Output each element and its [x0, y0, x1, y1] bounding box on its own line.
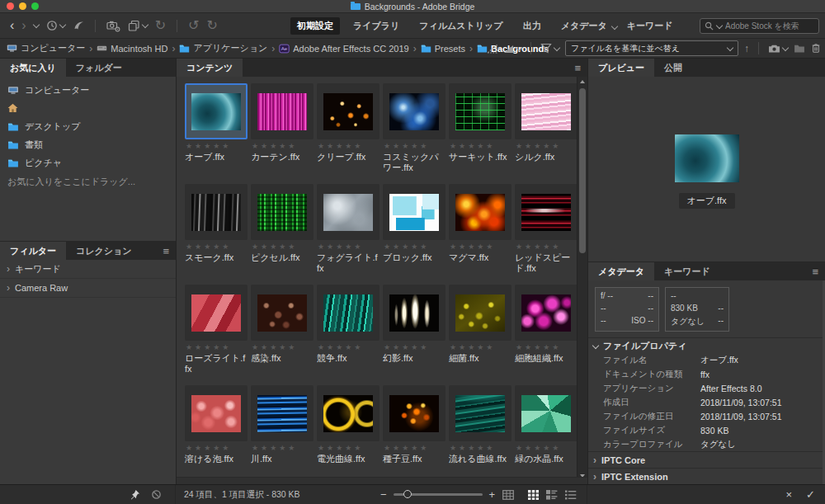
file-item[interactable]: ★★★★★ 電光曲線.ffx: [317, 385, 380, 481]
rating-stars[interactable]: ★★★★★: [384, 343, 446, 351]
file-thumbnail-frame[interactable]: [317, 385, 380, 441]
file-thumbnail-frame[interactable]: [317, 83, 380, 139]
details-view-icon[interactable]: [546, 490, 558, 500]
file-item[interactable]: ★★★★★ ローズライト.ffx: [185, 285, 248, 385]
file-item[interactable]: ★★★★★ シルク.ffx: [515, 83, 578, 184]
breadcrumb-item[interactable]: Ae Presets: [421, 44, 465, 54]
zoom-in-button[interactable]: +: [489, 488, 496, 501]
file-thumbnail-frame[interactable]: [383, 83, 446, 139]
preview-quality-button[interactable]: [503, 44, 521, 54]
cancel-metadata-button[interactable]: ×: [786, 488, 793, 501]
file-item[interactable]: ★★★★★ クリープ.ffx: [317, 83, 380, 184]
new-folder-icon[interactable]: [794, 44, 805, 53]
panel-tab[interactable]: コレクション: [66, 242, 142, 260]
panel-menu-icon[interactable]: ≡: [812, 262, 825, 280]
search-scope-chevron-icon[interactable]: [716, 21, 723, 28]
favorites-item[interactable]: [0, 99, 176, 117]
rating-stars[interactable]: ★★★★★: [516, 343, 578, 351]
rating-stars[interactable]: ★★★★★: [384, 243, 446, 251]
redo-button[interactable]: ↻: [206, 20, 217, 31]
prohibition-icon[interactable]: [151, 489, 162, 500]
breadcrumb-item[interactable]: Ae コンピューター: [7, 42, 85, 54]
metadata-section-header[interactable]: › IPTC Extension: [588, 468, 825, 484]
rating-stars[interactable]: ★★★★★: [318, 343, 380, 351]
scroll-up-icon[interactable]: [580, 80, 585, 83]
file-item[interactable]: ★★★★★ カーテン.ffx: [251, 83, 314, 184]
sync-icon[interactable]: ↻: [155, 20, 166, 31]
workspace-tab[interactable]: キーワード: [620, 17, 680, 35]
rating-stars[interactable]: ★★★★★: [450, 444, 512, 452]
file-item[interactable]: ★★★★★ フォグライト.ffx: [317, 184, 380, 285]
search-input[interactable]: [725, 21, 814, 31]
file-item[interactable]: ★★★★★ 幻影.ffx: [383, 285, 446, 385]
file-properties-section-header[interactable]: ファイルプロパティ: [588, 337, 825, 353]
workspace-tab[interactable]: 出力: [516, 17, 548, 35]
file-thumbnail-frame[interactable]: [185, 83, 248, 139]
breadcrumb-item[interactable]: Ae Adobe After Effects CC 2019: [279, 44, 408, 54]
rating-stars[interactable]: ★★★★★: [384, 444, 446, 452]
trash-icon[interactable]: [811, 43, 821, 54]
filter-category[interactable]: › Camera Raw: [0, 279, 176, 298]
file-item[interactable]: ★★★★★ 緑の水晶.ffx: [515, 385, 578, 481]
zoom-window-button[interactable]: [31, 2, 39, 10]
apply-metadata-button[interactable]: ✓: [806, 488, 815, 501]
file-thumbnail-frame[interactable]: [185, 385, 248, 441]
scrollbar-thumb[interactable]: [579, 88, 586, 253]
import-from-camera-button[interactable]: [768, 44, 788, 54]
file-item[interactable]: ★★★★★ サーキット.ffx: [449, 83, 512, 184]
list-view-icon[interactable]: [565, 490, 577, 500]
file-thumbnail-frame[interactable]: [515, 385, 578, 441]
zoom-out-button[interactable]: −: [380, 488, 387, 501]
file-thumbnail-frame[interactable]: [185, 285, 248, 341]
file-item[interactable]: ★★★★★ 細菌.ffx: [449, 285, 512, 385]
file-thumbnail-frame[interactable]: [449, 285, 512, 341]
rating-stars[interactable]: ★★★★★: [318, 444, 380, 452]
file-thumbnail-frame[interactable]: [317, 285, 380, 341]
rating-stars[interactable]: ★★★★★: [252, 243, 314, 251]
file-item[interactable]: ★★★★★ オーブ.ffx: [185, 83, 248, 184]
file-item[interactable]: ★★★★★ 種子豆.ffx: [383, 385, 446, 481]
recent-items-button[interactable]: [46, 20, 65, 31]
rating-stars[interactable]: ★★★★★: [516, 444, 578, 452]
thumbnail-view-icon[interactable]: [528, 490, 539, 500]
file-item[interactable]: ★★★★★ ブロック.ffx: [383, 184, 446, 285]
file-item[interactable]: ★★★★★ スモーク.ffx: [185, 184, 248, 285]
favorites-item[interactable]: コンピューター: [0, 81, 176, 99]
rating-stars[interactable]: ★★★★★: [318, 142, 380, 150]
file-thumbnail-frame[interactable]: [251, 385, 314, 441]
undo-button[interactable]: ↺: [188, 20, 199, 31]
file-thumbnail-frame[interactable]: [383, 184, 446, 240]
thumbnail-quality-icon[interactable]: [487, 44, 497, 54]
workspace-tab[interactable]: フィルムストリップ: [412, 17, 509, 35]
metadata-section-header[interactable]: › IPTC Core: [588, 451, 825, 468]
file-item[interactable]: ★★★★★ マグマ.ffx: [449, 184, 512, 285]
file-item[interactable]: ★★★★★ 感染.ffx: [251, 285, 314, 385]
panel-tab[interactable]: お気に入り: [0, 59, 66, 77]
content-scrollbar[interactable]: [577, 77, 587, 481]
photo-downloader-camera-icon[interactable]: [106, 20, 120, 32]
file-item[interactable]: ★★★★★ 細胞組織.ffx: [515, 285, 578, 385]
workspace-tab[interactable]: ライブラリ: [346, 17, 406, 35]
favorites-item[interactable]: ピクチャ: [0, 153, 176, 172]
open-recent-file-button[interactable]: [128, 20, 148, 32]
file-thumbnail-frame[interactable]: [515, 184, 578, 240]
search-box[interactable]: [700, 18, 819, 34]
rating-stars[interactable]: ★★★★★: [384, 142, 446, 150]
rating-stars[interactable]: ★★★★★: [450, 343, 512, 351]
pin-icon[interactable]: [130, 489, 140, 500]
rating-stars[interactable]: ★★★★★: [450, 243, 512, 251]
workspace-tab[interactable]: メタデータ: [554, 17, 614, 35]
filter-by-rating-button[interactable]: [540, 43, 559, 54]
file-thumbnail-frame[interactable]: [449, 385, 512, 441]
panel-tab[interactable]: メタデータ: [588, 262, 654, 280]
file-item[interactable]: ★★★★★ コスミックパワー.ffx: [383, 83, 446, 184]
panel-menu-icon[interactable]: ≡: [574, 59, 587, 77]
rating-stars[interactable]: ★★★★★: [450, 142, 512, 150]
rating-stars[interactable]: ★★★★★: [186, 444, 248, 452]
back-button[interactable]: ‹: [10, 20, 14, 31]
rating-stars[interactable]: ★★★★★: [252, 142, 314, 150]
rating-stars[interactable]: ★★★★★: [252, 444, 314, 452]
file-item[interactable]: ★★★★★ レッドスピード.ffx: [515, 184, 578, 285]
file-thumbnail-frame[interactable]: [317, 184, 380, 240]
breadcrumb-item[interactable]: Ae Macintosh HD: [97, 44, 167, 54]
